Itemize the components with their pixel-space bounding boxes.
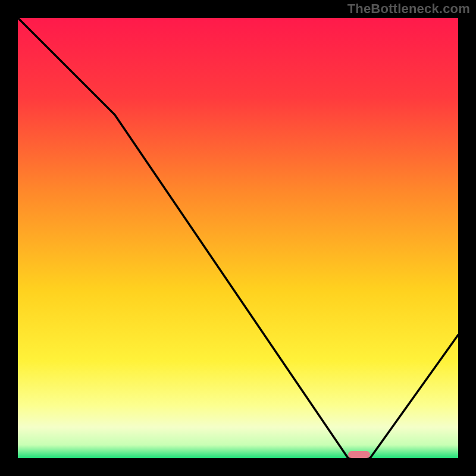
optimal-marker: [348, 451, 370, 458]
watermark-text: TheBottleneck.com: [347, 1, 470, 17]
bottleneck-chart: [0, 0, 476, 476]
